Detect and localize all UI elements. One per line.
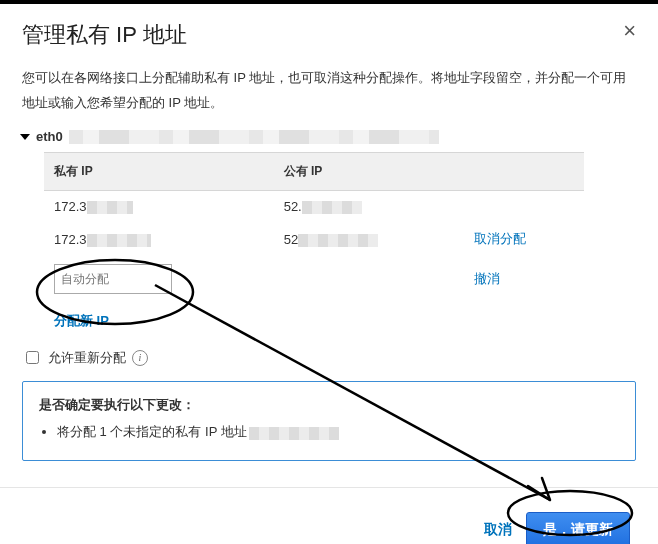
redacted [298, 234, 378, 247]
col-private-ip: 私有 IP [44, 153, 274, 191]
dialog-title: 管理私有 IP 地址 [22, 20, 187, 50]
chevron-down-icon [20, 134, 30, 140]
ip-table: 私有 IP 公有 IP 172.3 52. 172.3 52 取消分配 [44, 152, 584, 302]
table-row: 172.3 52. [44, 191, 584, 223]
interface-name: eth0 [36, 129, 63, 144]
interface-id-redacted [69, 130, 439, 144]
close-icon[interactable]: × [623, 20, 636, 42]
allow-reassign-checkbox[interactable] [26, 351, 39, 364]
table-row: 撤消 [44, 256, 584, 302]
private-ip-prefix: 172.3 [54, 232, 87, 247]
dialog-description: 您可以在各网络接口上分配辅助私有 IP 地址，也可取消这种分配操作。将地址字段留… [22, 66, 636, 115]
interface-toggle[interactable]: eth0 [22, 129, 636, 144]
private-ip-prefix: 172.3 [54, 199, 87, 214]
unassign-link[interactable]: 取消分配 [474, 231, 526, 246]
undo-link[interactable]: 撤消 [474, 271, 500, 286]
redacted [249, 427, 339, 440]
redacted [302, 201, 362, 214]
cancel-button[interactable]: 取消 [484, 521, 512, 539]
confirm-box: 是否确定要执行以下更改： 将分配 1 个未指定的私有 IP 地址 [22, 381, 636, 460]
public-ip-prefix: 52. [284, 199, 302, 214]
redacted [87, 201, 133, 214]
col-action [464, 153, 584, 191]
confirm-question: 是否确定要执行以下更改： [39, 396, 619, 414]
redacted [87, 234, 151, 247]
new-ip-input[interactable] [54, 264, 172, 294]
allow-reassign-label: 允许重新分配 [48, 349, 126, 367]
table-row: 172.3 52 取消分配 [44, 222, 584, 256]
assign-new-ip-link[interactable]: 分配新 IP [54, 312, 636, 330]
public-ip-prefix: 52 [284, 232, 298, 247]
col-public-ip: 公有 IP [274, 153, 465, 191]
info-icon[interactable]: i [132, 350, 148, 366]
confirm-item: 将分配 1 个未指定的私有 IP 地址 [57, 420, 619, 443]
confirm-update-button[interactable]: 是，请更新 [526, 512, 630, 544]
